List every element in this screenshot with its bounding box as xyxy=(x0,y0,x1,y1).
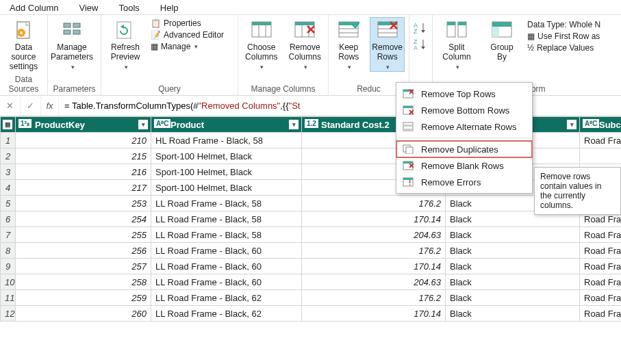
formula-cancel-button[interactable]: ✕ xyxy=(0,96,21,116)
cell-subcat[interactable]: Road Fra xyxy=(580,290,622,306)
remove-duplicates-item[interactable]: Remove Duplicates xyxy=(396,141,532,157)
cell-subcat[interactable]: Road Fra xyxy=(580,274,622,290)
filter-icon[interactable]: ▾ xyxy=(567,120,576,129)
table-row[interactable]: 10258LL Road Frame - Black, 60204.63Blac… xyxy=(1,274,622,290)
menu-help[interactable]: Help xyxy=(160,3,179,12)
row-number[interactable]: 12 xyxy=(1,306,16,322)
cell-cost[interactable]: 204.63 xyxy=(302,274,446,290)
cell-c4[interactable]: Black xyxy=(446,274,580,290)
table-row[interactable]: 7255LL Road Frame - Black, 58204.63Black… xyxy=(1,227,622,243)
row-number[interactable]: 2 xyxy=(1,148,16,164)
choose-columns-button[interactable]: Choose Columns xyxy=(242,17,281,72)
fx-label[interactable]: fx xyxy=(41,96,59,116)
sort-desc-button[interactable]: ZA xyxy=(414,38,429,50)
remove-blank-rows-item[interactable]: Remove Blank Rows xyxy=(396,157,532,174)
row-number[interactable]: 10 xyxy=(1,274,16,290)
formula-accept-button[interactable]: ✓ xyxy=(21,96,41,116)
cell-c4[interactable]: Black xyxy=(446,227,580,243)
cell-subcat[interactable] xyxy=(580,148,622,164)
row-number[interactable]: 3 xyxy=(1,164,16,180)
menu-tools[interactable]: Tools xyxy=(119,3,140,12)
cell-product[interactable]: Sport-100 Helmet, Black xyxy=(151,180,302,196)
table-row[interactable]: 9257LL Road Frame - Black, 60170.14Black… xyxy=(1,259,622,274)
refresh-preview-button[interactable]: Refresh Preview xyxy=(105,17,145,72)
split-column-button[interactable]: Split Column xyxy=(437,17,477,72)
row-number[interactable]: 7 xyxy=(1,227,16,243)
table-row[interactable]: 6254LL Road Frame - Black, 58170.14Black… xyxy=(1,211,622,227)
row-number[interactable]: 11 xyxy=(1,290,16,306)
cell-subcat[interactable]: Road Fra xyxy=(580,133,622,148)
sort-asc-button[interactable]: AZ xyxy=(414,21,429,34)
data-type-selector[interactable]: Data Type: Whole N xyxy=(527,20,600,29)
row-number[interactable]: 9 xyxy=(1,259,16,274)
cell-productkey[interactable]: 260 xyxy=(16,306,151,322)
use-first-row-button[interactable]: ▦Use First Row as xyxy=(527,31,600,41)
cell-c4[interactable]: Black xyxy=(446,259,580,274)
remove-top-rows-item[interactable]: Remove Top Rows xyxy=(396,86,532,102)
cell-productkey[interactable]: 256 xyxy=(16,243,151,259)
remove-alternate-rows-item[interactable]: Remove Alternate Rows xyxy=(396,118,532,135)
cell-productkey[interactable]: 253 xyxy=(16,196,151,211)
properties-button[interactable]: 📋Properties xyxy=(151,18,224,28)
cell-product[interactable]: LL Road Frame - Black, 60 xyxy=(151,274,302,290)
cell-product[interactable]: HL Road Frame - Black, 58 xyxy=(151,133,302,148)
table-row[interactable]: 12260LL Road Frame - Black, 62170.14Blac… xyxy=(1,306,622,322)
data-source-settings-button[interactable]: Data source settings xyxy=(4,17,43,73)
col-header-productkey[interactable]: 1²₃ ProductKey ▾ xyxy=(16,117,151,133)
cell-product[interactable]: LL Road Frame - Black, 60 xyxy=(151,259,302,274)
cell-productkey[interactable]: 257 xyxy=(16,259,151,274)
cell-product[interactable]: LL Road Frame - Black, 58 xyxy=(151,211,302,227)
table-row[interactable]: 11259LL Road Frame - Black, 62176.2Black… xyxy=(1,290,622,306)
cell-productkey[interactable]: 216 xyxy=(16,164,151,180)
cell-c4[interactable]: Black xyxy=(446,243,580,259)
cell-product[interactable]: Sport-100 Helmet, Black xyxy=(151,148,302,164)
row-header-corner[interactable]: ▦ xyxy=(1,117,16,133)
cell-cost[interactable]: 170.14 xyxy=(302,306,446,322)
cell-productkey[interactable]: 254 xyxy=(16,211,151,227)
row-number[interactable]: 5 xyxy=(1,196,16,211)
cell-cost[interactable]: 176.2 xyxy=(302,196,446,211)
cell-c4[interactable]: Black xyxy=(446,290,580,306)
remove-columns-button[interactable]: Remove Columns xyxy=(286,17,325,72)
replace-values-button[interactable]: ½Replace Values xyxy=(527,43,600,53)
cell-productkey[interactable]: 217 xyxy=(16,180,151,196)
advanced-editor-button[interactable]: 📝Advanced Editor xyxy=(151,30,224,40)
cell-product[interactable]: LL Road Frame - Black, 58 xyxy=(151,227,302,243)
cell-subcat[interactable]: Road Fra xyxy=(580,259,622,274)
table-row[interactable]: 5253LL Road Frame - Black, 58176.2BlackR… xyxy=(1,196,622,211)
cell-cost[interactable]: 170.14 xyxy=(302,211,446,227)
cell-cost[interactable]: 176.2 xyxy=(302,243,446,259)
cell-productkey[interactable]: 259 xyxy=(16,290,151,306)
remove-rows-button[interactable]: Remove Rows xyxy=(370,17,405,72)
cell-product[interactable]: Sport-100 Helmet, Black xyxy=(151,164,302,180)
cell-cost[interactable]: 204.63 xyxy=(302,227,446,243)
menu-view[interactable]: View xyxy=(79,3,99,12)
table-row[interactable]: 8256LL Road Frame - Black, 60176.2BlackR… xyxy=(1,243,622,259)
cell-subcat[interactable]: Road Fra xyxy=(580,227,622,243)
col-header-subcat[interactable]: AᴮC Subc xyxy=(580,117,622,133)
row-number[interactable]: 1 xyxy=(1,133,16,148)
row-number[interactable]: 4 xyxy=(1,180,16,196)
filter-icon[interactable]: ▾ xyxy=(289,120,299,129)
cell-productkey[interactable]: 255 xyxy=(16,227,151,243)
menu-add-column[interactable]: Add Column xyxy=(10,3,59,12)
cell-productkey[interactable]: 210 xyxy=(16,133,151,148)
keep-rows-button[interactable]: Keep Rows xyxy=(333,17,364,72)
cell-cost[interactable]: 176.2 xyxy=(302,290,446,306)
cell-product[interactable]: LL Road Frame - Black, 62 xyxy=(151,306,302,322)
cell-productkey[interactable]: 258 xyxy=(16,274,151,290)
cell-product[interactable]: LL Road Frame - Black, 60 xyxy=(151,243,302,259)
col-header-product[interactable]: AᴮC Product ▾ xyxy=(151,117,302,133)
cell-subcat[interactable]: Road Fra xyxy=(580,306,622,322)
remove-errors-item[interactable]: ! Remove Errors xyxy=(396,174,532,190)
formula-text[interactable]: = Table.TransformColumnTypes(#"Removed C… xyxy=(59,101,621,111)
cell-subcat[interactable]: Road Fra xyxy=(580,243,622,259)
manage-parameters-button[interactable]: Manage Parameters xyxy=(52,17,92,72)
cell-cost[interactable]: 170.14 xyxy=(302,259,446,274)
row-number[interactable]: 6 xyxy=(1,211,16,227)
cell-product[interactable]: LL Road Frame - Black, 62 xyxy=(151,290,302,306)
cell-product[interactable]: LL Road Frame - Black, 58 xyxy=(151,196,302,211)
remove-bottom-rows-item[interactable]: Remove Bottom Rows xyxy=(396,102,532,118)
cell-c4[interactable]: Black xyxy=(446,306,580,322)
cell-productkey[interactable]: 215 xyxy=(16,148,151,164)
